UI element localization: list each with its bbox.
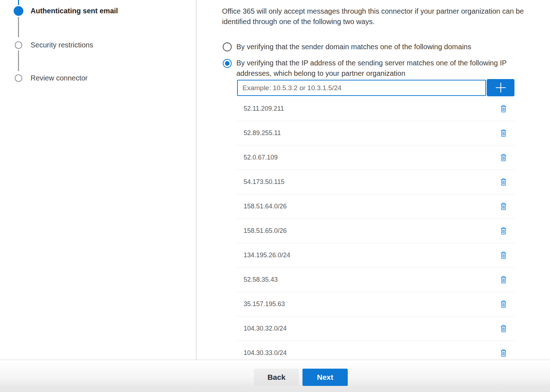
radio-option-label: By verifying that the sender domain matc… (236, 42, 471, 51)
step-connector-line (18, 50, 19, 71)
main-content: Office 365 will only accept messages thr… (197, 0, 550, 360)
radio-option-ip-address[interactable]: By verifying that the IP address of the … (223, 59, 538, 79)
wizard-footer: Back Next (0, 360, 550, 392)
step-circle-icon (13, 40, 23, 50)
wizard-stepper: Authenticating sent email Security restr… (0, 0, 196, 360)
ip-row: 134.195.26.0/24 (235, 243, 515, 267)
ip-row: 35.157.195.63 (235, 292, 515, 316)
delete-ip-button[interactable] (499, 275, 508, 285)
ip-address: 52.0.67.109 (244, 154, 499, 161)
trash-icon (500, 202, 507, 211)
trash-icon (500, 324, 507, 333)
radio-selected-icon[interactable] (223, 59, 232, 68)
add-ip-button[interactable] (487, 79, 514, 96)
delete-ip-button[interactable] (499, 323, 508, 334)
ip-row: 52.0.67.109 (235, 145, 515, 170)
ip-address: 54.173.50.115 (244, 178, 499, 186)
step-active-dot (13, 6, 23, 16)
ip-row: 104.30.33.0/24 (235, 341, 515, 360)
delete-ip-button[interactable] (499, 299, 508, 310)
ip-address: 52.89.255.11 (244, 129, 499, 137)
ip-row: 52.58.35.43 (235, 267, 515, 292)
trash-icon (500, 251, 507, 259)
trash-icon (500, 227, 507, 235)
step-label: Review connector (31, 74, 88, 82)
trash-icon (500, 153, 507, 162)
ip-address: 104.30.33.0/24 (244, 349, 499, 357)
ip-address: 104.30.32.0/24 (244, 325, 499, 332)
step-authenticating-sent-email[interactable]: Authenticating sent email (13, 6, 118, 16)
trash-icon (500, 349, 507, 357)
delete-ip-button[interactable] (499, 103, 508, 114)
trash-icon (500, 178, 507, 186)
delete-ip-button[interactable] (499, 226, 508, 236)
trash-icon (500, 300, 507, 308)
ip-row: 158.51.65.0/26 (235, 218, 515, 243)
trash-icon (500, 129, 507, 137)
delete-ip-button[interactable] (499, 250, 508, 261)
delete-ip-button[interactable] (499, 152, 508, 163)
trash-icon (500, 105, 507, 113)
radio-option-sender-domain[interactable]: By verifying that the sender domain matc… (223, 42, 471, 51)
ip-address-list: 52.11.209.211 52.89.255.11 (235, 96, 515, 360)
ip-row: 104.30.32.0/24 (235, 316, 515, 341)
step-circle-icon (13, 73, 23, 83)
back-button[interactable]: Back (254, 369, 299, 386)
intro-text: Office 365 will only accept messages thr… (222, 6, 550, 27)
next-button[interactable]: Next (302, 369, 348, 386)
ip-row: 52.89.255.11 (235, 121, 515, 145)
delete-ip-button[interactable] (499, 348, 508, 359)
ip-address: 134.195.26.0/24 (244, 252, 499, 259)
delete-ip-button[interactable] (499, 201, 508, 212)
step-connector-line (18, 17, 19, 37)
ip-address: 35.157.195.63 (244, 300, 499, 308)
delete-ip-button[interactable] (499, 177, 508, 188)
plus-icon (495, 82, 507, 93)
ip-address: 158.51.65.0/26 (244, 227, 499, 235)
trash-icon (500, 276, 507, 284)
step-security-restrictions[interactable]: Security restrictions (13, 40, 93, 50)
radio-option-label: By verifying that the IP address of the … (236, 58, 538, 79)
panel-divider (196, 0, 197, 360)
ip-address: 158.51.64.0/26 (244, 203, 499, 210)
delete-ip-button[interactable] (499, 128, 508, 139)
ip-address: 52.11.209.211 (244, 105, 499, 112)
ip-row: 158.51.64.0/26 (235, 194, 515, 218)
new-connector-wizard: Authenticating sent email Security restr… (0, 0, 550, 392)
step-connector-line (18, 0, 19, 5)
ip-address-input[interactable] (237, 80, 486, 96)
step-review-connector[interactable]: Review connector (13, 73, 88, 83)
ip-row: 54.173.50.115 (235, 170, 515, 194)
ip-address: 52.58.35.43 (244, 276, 499, 283)
step-label: Authenticating sent email (31, 7, 118, 15)
radio-unselected-icon[interactable] (223, 42, 232, 51)
ip-row: 52.11.209.211 (235, 96, 515, 121)
step-label: Security restrictions (31, 41, 93, 49)
